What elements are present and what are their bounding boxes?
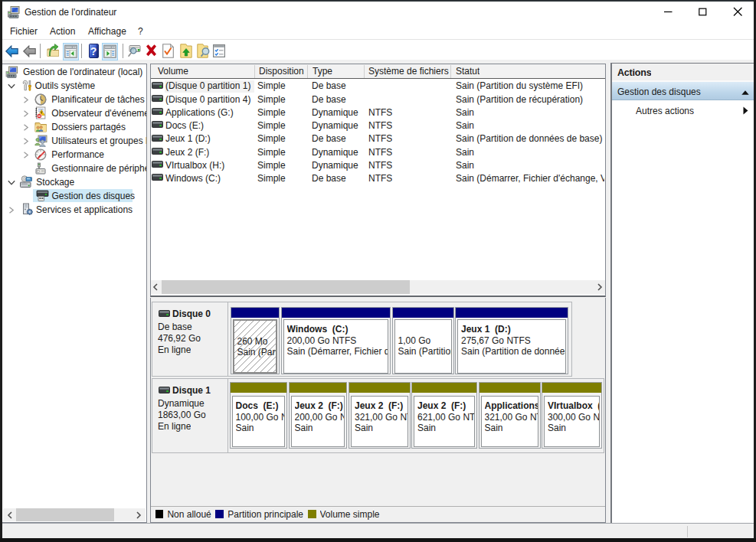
svg-text:?: ? bbox=[90, 45, 97, 57]
